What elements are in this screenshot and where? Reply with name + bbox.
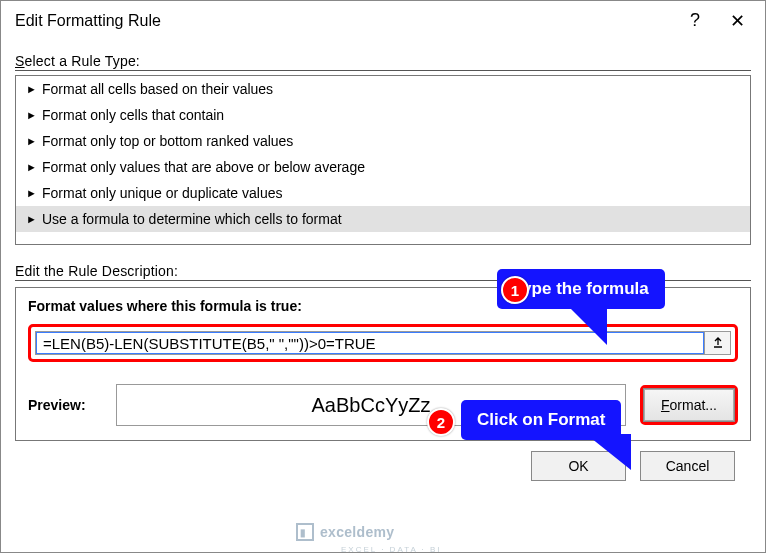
formula-field (35, 331, 731, 355)
rule-type-list[interactable]: ►Format all cells based on their values … (15, 75, 751, 245)
rule-type-item[interactable]: ►Format only top or bottom ranked values (16, 128, 750, 154)
watermark: ▮ exceldemy (296, 523, 394, 541)
rule-type-item[interactable]: ►Format only unique or duplicate values (16, 180, 750, 206)
rule-desc-box: Format values where this formula is true… (15, 287, 751, 441)
preview-label: Preview: (28, 397, 102, 413)
format-highlight-frame: Format... (640, 385, 738, 425)
watermark-text: exceldemy (320, 524, 394, 540)
close-icon[interactable]: ✕ (730, 10, 745, 32)
watermark-subtext: EXCEL · DATA · BI (341, 545, 442, 554)
rule-type-label: Select a Rule Type: (15, 53, 751, 71)
arrow-icon: ► (26, 214, 36, 225)
dialog-window: Edit Formatting Rule ? ✕ Select a Rule T… (0, 0, 766, 553)
rule-type-item[interactable]: ►Format only cells that contain (16, 102, 750, 128)
rule-type-item[interactable]: ►Format only values that are above or be… (16, 154, 750, 180)
chart-icon: ▮ (296, 523, 314, 541)
titlebar-controls: ? ✕ (690, 10, 755, 32)
cancel-button[interactable]: Cancel (640, 451, 735, 481)
preview-row: Preview: AaBbCcYyZz Format... (28, 384, 738, 426)
help-icon[interactable]: ? (690, 10, 700, 31)
range-selector-icon[interactable] (704, 332, 730, 354)
step-badge-2: 2 (427, 408, 455, 436)
dialog-title: Edit Formatting Rule (11, 12, 161, 30)
arrow-icon: ► (26, 162, 36, 173)
callout-arrow-icon (571, 434, 631, 470)
callout-arrow-icon (547, 305, 607, 345)
arrow-icon: ► (26, 110, 36, 121)
arrow-icon: ► (26, 136, 36, 147)
formula-highlight-frame (28, 324, 738, 362)
callout-click-format: Click on Format (461, 400, 621, 440)
arrow-icon: ► (26, 84, 36, 95)
dialog-buttons: OK Cancel (15, 441, 751, 493)
rule-type-item-selected[interactable]: ►Use a formula to determine which cells … (16, 206, 750, 232)
format-button[interactable]: Format... (643, 388, 735, 422)
rule-type-item[interactable]: ►Format all cells based on their values (16, 76, 750, 102)
step-badge-1: 1 (501, 276, 529, 304)
arrow-icon: ► (26, 188, 36, 199)
titlebar: Edit Formatting Rule ? ✕ (1, 1, 765, 41)
